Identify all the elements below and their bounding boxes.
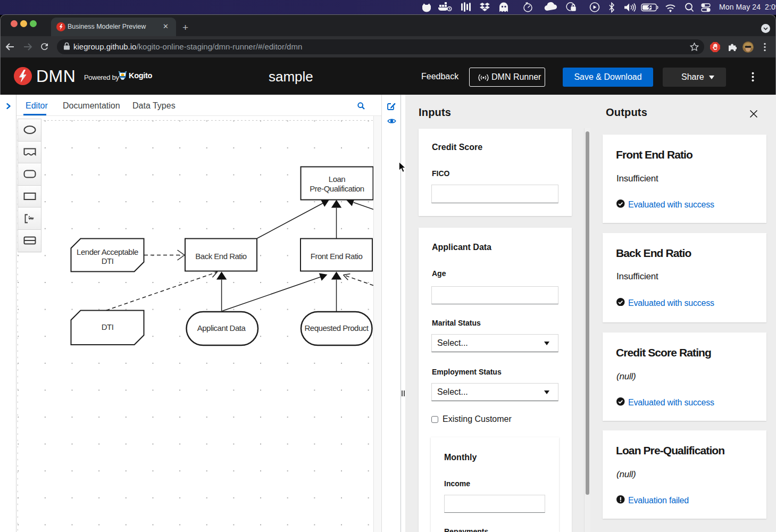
svg-text:DTI: DTI [102,322,114,331]
svg-text:Lender Acceptable: Lender Acceptable [77,247,138,256]
svg-text:DTI: DTI [102,256,114,265]
svg-text:Back End Ratio: Back End Ratio [195,252,247,261]
svg-text:Pre-Qualification: Pre-Qualification [310,184,364,193]
svg-text:Requested Product: Requested Product [305,323,369,332]
svg-text:Applicant Data: Applicant Data [197,323,246,332]
svg-text:Loan: Loan [329,174,346,184]
svg-text:Front End Ratio: Front End Ratio [311,252,363,261]
